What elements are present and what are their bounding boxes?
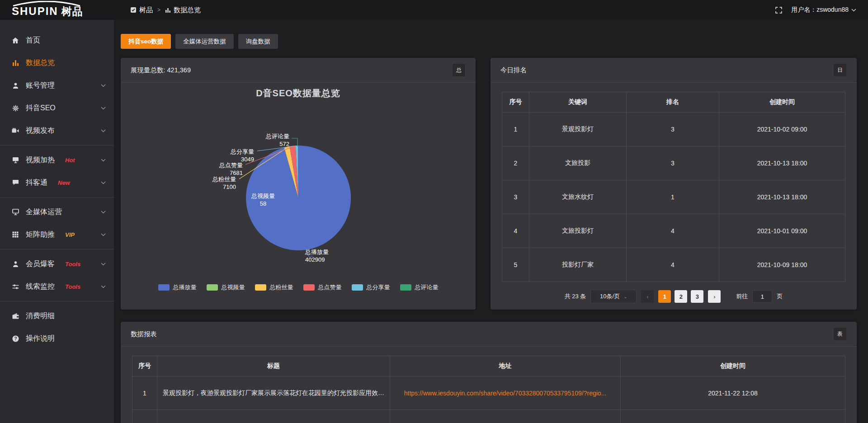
sidebar-divider: [0, 301, 114, 301]
sidebar-item-label: 账号管理: [26, 81, 55, 90]
page-button-2[interactable]: 2: [675, 290, 687, 303]
legend-item[interactable]: 总评论量: [400, 283, 439, 291]
report-cell-url: [390, 410, 621, 423]
legend-label: 总粉丝量: [270, 283, 293, 291]
sidebar-item-video-heat[interactable]: 视频加热Hot: [0, 149, 114, 171]
sidebar-item-matrix-boost[interactable]: 矩阵助推VIP: [0, 223, 114, 246]
legend-label: 总评论量: [415, 283, 439, 291]
sidebar-item-consume[interactable]: 消费明细: [0, 305, 114, 327]
rank-table-cell: 文旅投影灯: [529, 214, 627, 248]
report-table-row: [132, 410, 845, 423]
sidebar: 首页数据总览账号管理抖音SEO视频发布视频加热Hot抖客通New全媒体运营矩阵助…: [0, 20, 114, 423]
report-cell-time: [621, 410, 845, 423]
grid-icon: [12, 231, 19, 238]
sidebar-item-badge: Hot: [65, 157, 75, 164]
rank-table-cell: 3: [627, 146, 719, 180]
rank-column-header: 关键词: [529, 92, 627, 113]
legend-item[interactable]: 总分享量: [352, 283, 390, 291]
sidebar-item-media-ops[interactable]: 全媒体运营: [0, 201, 114, 223]
sidebar-item-label: 视频发布: [26, 126, 55, 136]
chevron-down-icon: [851, 9, 856, 12]
sidebar-item-label: 会员爆客: [26, 259, 55, 269]
home-icon: [12, 37, 19, 44]
sidebar-item-data-overview[interactable]: 数据总览: [0, 52, 114, 74]
user-icon: [12, 82, 19, 89]
pie-label-comments: 总评论量572: [253, 132, 289, 148]
sidebar-item-home[interactable]: 首页: [0, 29, 114, 52]
sidebar-item-help[interactable]: ?操作说明: [0, 327, 114, 350]
sidebar-item-douketong[interactable]: 抖客通New: [0, 171, 114, 194]
page-button-3[interactable]: 3: [691, 290, 703, 303]
report-video-link[interactable]: https://www.iesdouyin.com/share/video/70…: [404, 390, 607, 397]
rank-table-cell: 3: [502, 180, 529, 214]
sidebar-item-label: 矩阵助推: [26, 230, 55, 240]
video-camera-icon: [12, 128, 19, 134]
sidebar-item-badge: Tools: [65, 283, 80, 290]
sidebar-item-account[interactable]: 账号管理: [0, 74, 114, 97]
seo-panel-badge-button[interactable]: 总: [452, 63, 466, 77]
sidebar-item-label: 消费明细: [26, 311, 55, 321]
pie-label-videos: 总视频量58: [243, 192, 283, 207]
rank-table-cell: 4: [502, 214, 529, 248]
report-column-header: 地址: [390, 356, 621, 376]
sliders-icon: [12, 284, 19, 290]
pagination: 共 23 条 10条/页 ⌄ ‹ 123 › 前往 1 页: [502, 290, 845, 303]
data-report-panel: 数据报表 表 序号标题地址创建时间 1景观投影灯，夜游景观投影灯厂家展示展示落花…: [121, 322, 857, 423]
sidebar-item-label: 全媒体运营: [26, 207, 62, 217]
sidebar-item-label: 操作说明: [26, 334, 55, 343]
rank-table-row: 3文旅水纹灯12021-10-13 18:00: [502, 180, 845, 214]
breadcrumb-current[interactable]: 数据总览: [165, 6, 201, 14]
rank-panel-title: 今日排名: [500, 66, 527, 75]
pie-label-likes: 总点赞量7681: [207, 161, 243, 177]
pie-leader-line: [292, 138, 297, 146]
rank-table-cell: 2: [502, 146, 529, 180]
page-button-1[interactable]: 1: [658, 290, 671, 303]
rank-panel-badge-button[interactable]: 日: [833, 63, 847, 77]
legend-swatch: [400, 284, 411, 291]
legend-label: 总播放量: [173, 283, 197, 291]
monitor-icon: [12, 209, 19, 215]
report-cell-title: 景观投影灯，夜游景观投影灯厂家展示展示落花灯在花园里的灯光投影应用效果 #: [157, 376, 390, 410]
chevron-down-icon: [101, 261, 106, 267]
report-column-header: 序号: [132, 356, 157, 376]
rank-table-cell: 5: [502, 248, 529, 282]
rank-table-cell: 1: [627, 180, 719, 214]
rank-table-cell: 1: [502, 113, 529, 146]
report-column-header: 标题: [157, 356, 390, 376]
chevron-down-icon: [101, 284, 106, 289]
seo-panel-title: 展现量总数: 421,369: [131, 66, 191, 75]
user-menu[interactable]: 用户名：zswodun88: [791, 6, 856, 14]
sidebar-item-clue-monitor[interactable]: 线索监控Tools: [0, 275, 114, 298]
sidebar-item-video-publish[interactable]: 视频发布: [0, 119, 114, 142]
tab-douyin-seo-data[interactable]: 抖音seo数据: [121, 34, 171, 49]
pie-label-plays: 总播放量402909: [305, 248, 355, 263]
tab-media-ops-data[interactable]: 全媒体运营数据: [175, 34, 234, 49]
sidebar-item-label: 视频加热: [26, 155, 55, 165]
fullscreen-icon[interactable]: [775, 7, 782, 14]
page-size-select[interactable]: 10条/页 ⌄: [590, 290, 637, 303]
logo-arc-icon: [11, 1, 82, 6]
legend-item[interactable]: 总播放量: [158, 283, 197, 291]
app-logo[interactable]: SHUPIN 树品: [0, 0, 114, 20]
legend-item[interactable]: 总点赞量: [303, 283, 342, 291]
next-page-button[interactable]: ›: [708, 290, 721, 303]
chat-icon: [12, 179, 19, 186]
svg-text:?: ?: [14, 336, 17, 341]
prev-page-button[interactable]: ‹: [641, 290, 654, 303]
legend-item[interactable]: 总视频量: [207, 283, 245, 291]
tab-inquiry-data[interactable]: 询盘数据: [238, 34, 278, 49]
site-icon: [130, 7, 137, 13]
chevron-down-icon: [101, 180, 106, 185]
chevron-down-icon: [101, 83, 106, 88]
sidebar-item-member-bloom[interactable]: 会员爆客Tools: [0, 253, 114, 275]
goto-page-input[interactable]: 1: [752, 290, 772, 303]
sidebar-item-label: 首页: [26, 36, 40, 45]
rank-table-cell: 2021-10-13 18:00: [719, 146, 845, 180]
report-table-header: 序号标题地址创建时间: [132, 356, 845, 376]
report-panel-badge-button[interactable]: 表: [833, 327, 847, 341]
breadcrumb-root[interactable]: 树品: [130, 6, 153, 14]
sidebar-item-douyin-seo[interactable]: 抖音SEO: [0, 97, 114, 119]
report-cell-index: 1: [132, 376, 157, 410]
report-panel-title: 数据报表: [131, 330, 157, 338]
legend-item[interactable]: 总粉丝量: [255, 283, 293, 291]
